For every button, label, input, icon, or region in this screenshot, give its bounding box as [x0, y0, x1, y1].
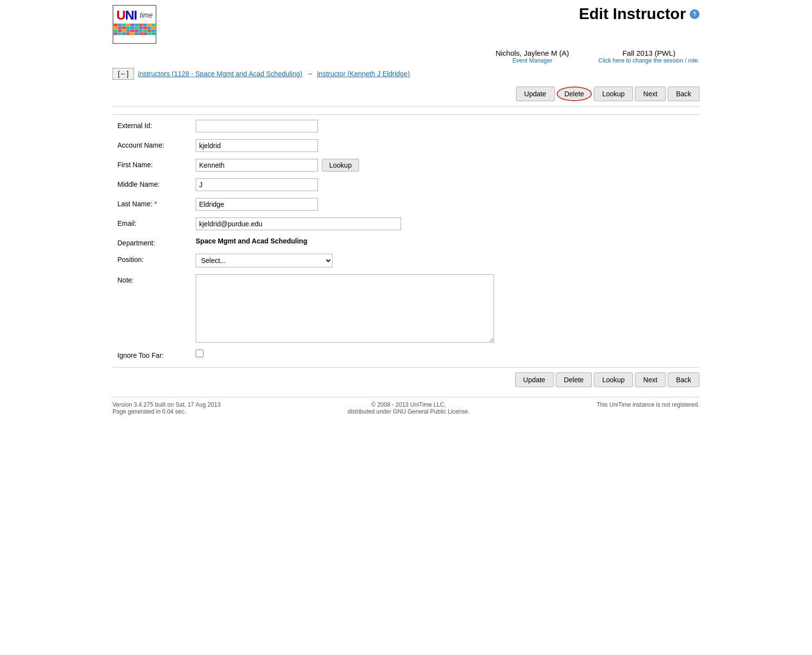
account-name-row: Account Name:	[113, 139, 699, 152]
back-nav-button[interactable]: [←]	[113, 68, 134, 80]
form-section: External Id: Account Name: First Name: L…	[113, 114, 699, 359]
user-info: Nichols, Jaylene M (A) Event Manager Fal…	[113, 49, 699, 64]
page-title: Edit Instructor	[579, 5, 686, 22]
bottom-toolbar: Update Delete Lookup Next Back	[113, 367, 699, 387]
note-label: Note:	[117, 274, 196, 284]
breadcrumb-arrow: →	[306, 70, 313, 78]
account-name-input[interactable]	[196, 139, 318, 152]
back-button-bottom[interactable]: Back	[668, 372, 699, 387]
user-role: Event Manager	[496, 57, 569, 64]
last-name-label: Last Name: *	[117, 198, 196, 208]
first-name-row: First Name: Lookup	[113, 159, 699, 172]
position-label: Position:	[117, 254, 196, 263]
external-id-input[interactable]	[196, 120, 318, 132]
first-name-input[interactable]	[196, 159, 318, 172]
first-name-label: First Name:	[117, 159, 196, 169]
ignore-too-far-label: Ignore Too Far:	[117, 349, 196, 359]
back-button-top[interactable]: Back	[668, 87, 699, 101]
breadcrumb: [←] Instructors (1128 - Space Mgmt and A…	[113, 68, 699, 80]
email-row: Email:	[113, 218, 699, 230]
update-button-bottom[interactable]: Update	[515, 372, 554, 387]
external-id-label: External Id:	[117, 120, 196, 130]
department-label: Department:	[117, 237, 196, 247]
session-name: Fall 2013 (PWL)	[598, 49, 699, 57]
ignore-too-far-checkbox[interactable]	[196, 349, 203, 357]
footer-license: distributed under GNU General Public Lic…	[348, 408, 470, 415]
session-block[interactable]: Fall 2013 (PWL) Click here to change the…	[598, 49, 699, 64]
last-name-field	[196, 198, 695, 211]
department-value: Space Mgmt and Acad Scheduling	[196, 237, 307, 245]
footer-left: Version 3.4.275 built on Sat, 17 Aug 201…	[113, 401, 221, 415]
logo: UNI time	[113, 5, 157, 44]
required-indicator: *	[154, 200, 157, 208]
ignore-too-far-row: Ignore Too Far:	[113, 349, 699, 359]
middle-name-row: Middle Name:	[113, 178, 699, 191]
middle-name-label: Middle Name:	[117, 178, 196, 188]
help-icon[interactable]: ?	[690, 9, 699, 19]
department-field: Space Mgmt and Acad Scheduling	[196, 237, 695, 245]
footer-center: © 2008 - 2013 UniTime LLC, distributed u…	[348, 401, 470, 415]
email-input[interactable]	[196, 218, 401, 230]
footer-generated: Page generated in 0.04 sec.	[113, 408, 221, 415]
account-name-label: Account Name:	[117, 139, 196, 149]
lookup-button-top[interactable]: Lookup	[594, 87, 633, 101]
user-name-block: Nichols, Jaylene M (A) Event Manager	[496, 49, 569, 64]
footer-registration: This UniTime instance is not registered.	[597, 401, 699, 408]
footer-copyright: © 2008 - 2013 UniTime LLC,	[348, 401, 470, 408]
first-name-field: Lookup	[196, 159, 695, 172]
first-name-lookup-button[interactable]: Lookup	[322, 159, 359, 172]
ignore-too-far-field	[196, 349, 695, 357]
note-field	[196, 274, 695, 343]
page-title-area: Edit Instructor ?	[166, 5, 699, 23]
footer-version: Version 3.4.275 built on Sat, 17 Aug 201…	[113, 401, 221, 408]
position-select[interactable]: Select...	[196, 254, 333, 267]
next-button-top[interactable]: Next	[635, 87, 666, 101]
note-textarea[interactable]	[196, 274, 494, 343]
position-row: Position: Select...	[113, 254, 699, 267]
footer-right: This UniTime instance is not registered.	[597, 401, 699, 415]
account-name-field	[196, 139, 695, 152]
logo-colorbar	[113, 23, 156, 43]
email-label: Email:	[117, 218, 196, 227]
department-row: Department: Space Mgmt and Acad Scheduli…	[113, 237, 699, 247]
delete-button-bottom[interactable]: Delete	[556, 372, 592, 387]
session-link[interactable]: Click here to change the session / role.	[598, 57, 699, 64]
breadcrumb-current-link[interactable]: Instructor (Kenneth J Eldridge)	[317, 70, 410, 78]
last-name-row: Last Name: *	[113, 198, 699, 211]
breadcrumb-parent-link[interactable]: Instructors (1128 - Space Mgmt and Acad …	[138, 70, 302, 78]
middle-name-input[interactable]	[196, 178, 318, 191]
email-field	[196, 218, 695, 230]
footer: Version 3.4.275 built on Sat, 17 Aug 201…	[113, 397, 699, 415]
update-button-top[interactable]: Update	[516, 87, 555, 101]
lookup-button-bottom[interactable]: Lookup	[594, 372, 633, 387]
note-row: Note:	[113, 274, 699, 343]
middle-name-field	[196, 178, 695, 191]
top-toolbar: Update Delete Lookup Next Back	[113, 87, 699, 107]
external-id-row: External Id:	[113, 120, 699, 132]
user-name: Nichols, Jaylene M (A)	[496, 49, 569, 57]
last-name-input[interactable]	[196, 198, 318, 211]
delete-button-top[interactable]: Delete	[557, 87, 592, 101]
external-id-field	[196, 120, 695, 132]
next-button-bottom[interactable]: Next	[635, 372, 666, 387]
position-field: Select...	[196, 254, 695, 267]
